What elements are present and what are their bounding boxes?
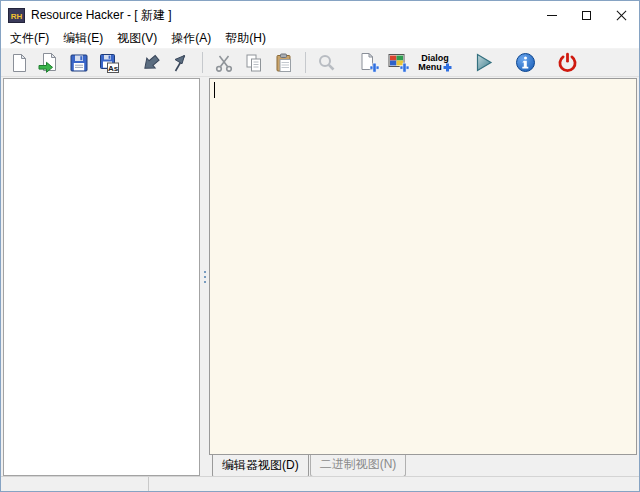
dark-flag-icon: [171, 53, 191, 73]
floppy-disk-as-icon: As: [99, 53, 119, 73]
toolbar-separator: [202, 52, 203, 73]
status-section-left: [1, 477, 149, 491]
floppy-disk-icon: [69, 53, 89, 73]
window-title: Resource Hacker - [ 新建 ]: [31, 7, 534, 24]
close-icon: [616, 10, 627, 21]
blank-page-icon: [9, 53, 29, 73]
cut-button[interactable]: [209, 50, 239, 76]
add-dialog-menu-button[interactable]: Dialog Menu: [414, 50, 456, 76]
editor-text-area[interactable]: [209, 78, 637, 455]
exit-button[interactable]: [552, 50, 582, 76]
power-icon: [557, 52, 578, 73]
about-button[interactable]: [510, 50, 540, 76]
window-controls: [534, 1, 639, 29]
svg-text:As: As: [108, 63, 119, 72]
add-image-resource-button[interactable]: [384, 50, 414, 76]
splitter-dots: [204, 271, 206, 273]
dark-arrow-icon: [141, 53, 161, 73]
save-as-button[interactable]: As: [94, 50, 124, 76]
toolbar-separator: [305, 52, 306, 73]
paste-button[interactable]: [269, 50, 299, 76]
add-resource-button[interactable]: [354, 50, 384, 76]
minimize-button[interactable]: [534, 1, 569, 29]
minimize-icon: [547, 15, 557, 16]
info-icon: [515, 52, 536, 73]
scissors-icon: [214, 53, 234, 73]
status-bar: [1, 476, 639, 491]
dialog-menu-label-line2: Menu: [418, 63, 442, 72]
compile-button[interactable]: [136, 50, 166, 76]
edit-script-button[interactable]: [166, 50, 196, 76]
text-caret: [214, 82, 215, 98]
page-plus-icon: [359, 52, 380, 73]
copy-button[interactable]: [239, 50, 269, 76]
main-area: 编辑器视图(D) 二进制视图(N): [1, 77, 639, 476]
clipboard-icon: [274, 53, 294, 73]
magnifier-icon: [317, 53, 337, 73]
app-window: RH Resource Hacker - [ 新建 ] 文件(F) 编辑(E) …: [0, 0, 640, 492]
menu-bar: 文件(F) 编辑(E) 视图(V) 操作(A) 帮助(H): [1, 29, 639, 49]
page-green-arrow-icon: [38, 52, 60, 73]
bitmap-plus-icon: [388, 52, 410, 73]
panel-splitter[interactable]: [200, 78, 209, 476]
splitter-dots: [204, 281, 206, 283]
run-button[interactable]: [468, 50, 498, 76]
tab-editor-view[interactable]: 编辑器视图(D): [212, 455, 309, 478]
menu-view[interactable]: 视图(V): [110, 29, 164, 48]
view-tabs: 编辑器视图(D) 二进制视图(N): [209, 455, 637, 476]
resource-tree-panel[interactable]: [3, 78, 200, 476]
maximize-button[interactable]: [569, 1, 604, 29]
new-file-button[interactable]: [4, 50, 34, 76]
menu-edit[interactable]: 编辑(E): [56, 29, 110, 48]
menu-action[interactable]: 操作(A): [164, 29, 218, 48]
toolbar: As: [1, 49, 639, 77]
menu-help[interactable]: 帮助(H): [218, 29, 273, 48]
menu-file[interactable]: 文件(F): [3, 29, 56, 48]
find-button[interactable]: [312, 50, 342, 76]
app-icon[interactable]: RH: [8, 8, 25, 23]
maximize-icon: [582, 11, 591, 20]
splitter-dots: [204, 276, 206, 278]
copy-pages-icon: [244, 53, 264, 73]
svg-text:RH: RH: [11, 12, 23, 21]
editor-pane: 编辑器视图(D) 二进制视图(N): [209, 78, 637, 476]
title-bar: RH Resource Hacker - [ 新建 ]: [1, 1, 639, 29]
close-button[interactable]: [604, 1, 639, 29]
tab-binary-view[interactable]: 二进制视图(N): [310, 455, 407, 477]
plus-icon: [443, 63, 452, 72]
save-button[interactable]: [64, 50, 94, 76]
play-icon: [473, 52, 494, 73]
open-file-button[interactable]: [34, 50, 64, 76]
status-section-right: [149, 477, 639, 491]
